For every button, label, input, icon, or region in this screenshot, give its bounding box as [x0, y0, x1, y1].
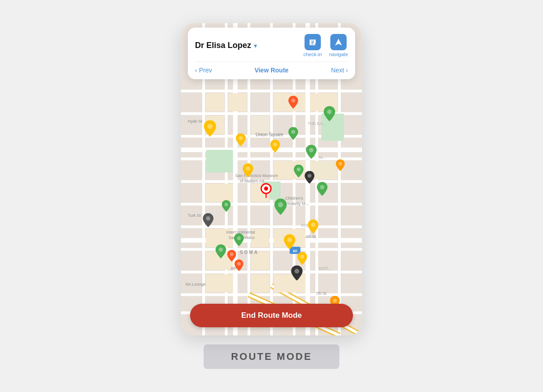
- map-pin: [258, 183, 274, 201]
- svg-text:San Francisco Museum: San Francisco Museum: [235, 173, 278, 178]
- map-pin: [306, 144, 317, 160]
- svg-point-81: [219, 248, 223, 252]
- svg-point-86: [287, 237, 292, 242]
- card-top: Dr Elisa Lopez ▾: [195, 34, 348, 57]
- location-name: Dr Elisa Lopez: [195, 41, 251, 50]
- svg-text:SOMA: SOMA: [240, 250, 259, 255]
- checkin-label: check-in: [303, 52, 322, 57]
- route-mode-banner: ROUTE MODE: [204, 344, 339, 369]
- map-pin: [288, 127, 298, 142]
- svg-point-87: [300, 255, 305, 259]
- svg-rect-35: [251, 116, 269, 134]
- phone-frame: Hyde St Union Square San Francisco Museu…: [181, 23, 362, 335]
- svg-point-73: [291, 130, 295, 134]
- navigate-button[interactable]: navigate: [329, 34, 348, 57]
- svg-rect-45: [206, 274, 233, 292]
- svg-point-75: [309, 148, 314, 152]
- card-name-row: Dr Elisa Lopez ▾: [195, 41, 257, 50]
- end-route-button[interactable]: End Route Mode: [190, 304, 353, 327]
- map-pin: [203, 213, 214, 229]
- route-mode-text: ROUTE MODE: [231, 351, 312, 362]
- map-container: Hyde St Union Square San Francisco Museu…: [181, 23, 362, 335]
- svg-point-94: [308, 173, 312, 177]
- svg-point-76: [297, 167, 301, 172]
- map-pin: [215, 244, 226, 260]
- svg-text:Turk St: Turk St: [188, 213, 201, 218]
- map-pin: [297, 252, 307, 267]
- svg-point-80: [237, 236, 241, 240]
- next-arrow: ›: [346, 67, 348, 74]
- checkin-button[interactable]: check-in: [303, 34, 322, 57]
- svg-point-85: [273, 142, 277, 146]
- svg-text:Hyde St: Hyde St: [188, 119, 203, 124]
- svg-text:Children's: Children's: [285, 196, 303, 201]
- svg-text:Creativity M...: Creativity M...: [284, 201, 309, 206]
- chevron-down-icon[interactable]: ▾: [254, 42, 257, 49]
- svg-text:M...: M...: [319, 155, 326, 160]
- svg-point-88: [311, 223, 315, 227]
- svg-text:Union Square: Union Square: [256, 132, 284, 137]
- prev-label: Prev: [199, 67, 212, 74]
- svg-rect-31: [229, 93, 247, 111]
- svg-point-91: [237, 262, 241, 266]
- svg-rect-27: [206, 150, 233, 172]
- svg-point-78: [278, 202, 283, 207]
- navigate-icon: [330, 34, 347, 50]
- svg-rect-30: [206, 93, 224, 111]
- map-pin: [274, 198, 287, 216]
- svg-rect-36: [206, 184, 233, 202]
- location-card: Dr Elisa Lopez ▾: [188, 28, 355, 79]
- card-nav-row: ‹ Prev View Route Next ›: [195, 62, 348, 74]
- map-pin: [317, 182, 328, 198]
- svg-text:THE EA...: THE EA...: [308, 121, 326, 126]
- map-pin: [236, 133, 246, 148]
- checkin-icon: [305, 34, 321, 50]
- svg-rect-46: [251, 274, 269, 292]
- svg-point-82: [207, 124, 212, 129]
- map-pin: [284, 234, 295, 251]
- svg-text:DIST...: DIST...: [319, 266, 331, 271]
- map-pin: [291, 265, 303, 282]
- svg-point-89: [291, 99, 295, 103]
- svg-point-95: [295, 268, 300, 273]
- next-label: Next: [331, 67, 344, 74]
- svg-point-93: [333, 298, 337, 302]
- svg-point-96: [206, 216, 210, 221]
- map-pin: [243, 163, 253, 179]
- svg-point-74: [327, 109, 332, 114]
- map-pin: [294, 164, 304, 179]
- prev-button[interactable]: ‹ Prev: [195, 67, 212, 74]
- map-pin: [305, 171, 314, 186]
- svg-marker-104: [335, 39, 342, 46]
- svg-point-92: [338, 162, 342, 166]
- svg-point-77: [320, 185, 324, 190]
- svg-text:NA Lounge: NA Lounge: [186, 282, 206, 287]
- map-pin: [234, 259, 243, 273]
- prev-arrow: ‹: [195, 67, 197, 74]
- map-pin: [336, 159, 345, 173]
- navigate-label: navigate: [329, 52, 348, 57]
- map-pin: [222, 200, 231, 214]
- map-pin: [204, 120, 216, 139]
- card-actions: check-in navigate: [303, 34, 348, 57]
- svg-point-83: [239, 136, 243, 140]
- svg-point-84: [246, 167, 250, 171]
- map-pin: [308, 220, 319, 235]
- svg-text:7th St: 7th St: [316, 291, 327, 296]
- map-pin: [324, 106, 335, 123]
- view-route-button[interactable]: View Route: [254, 67, 288, 74]
- map-pin: [270, 139, 280, 154]
- svg-point-98: [264, 186, 268, 191]
- map-pin: [234, 233, 244, 248]
- svg-point-90: [230, 253, 233, 256]
- svg-point-79: [224, 203, 228, 206]
- map-pin: [288, 96, 298, 111]
- next-button[interactable]: Next ›: [331, 67, 348, 74]
